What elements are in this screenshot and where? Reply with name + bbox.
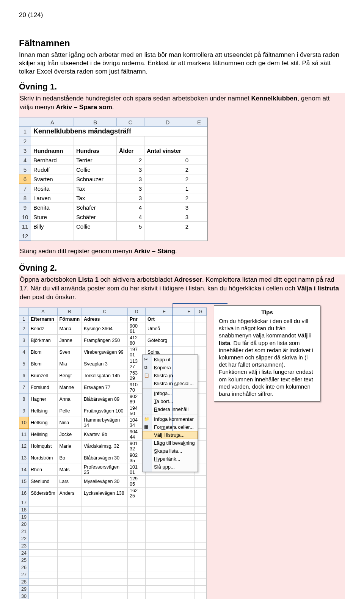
ex2-d: Adresser <box>174 276 202 283</box>
tips-p2: Funktionen välj i lista fungerar endast … <box>219 368 313 397</box>
ex1-close-b: Arkiv – Stäng <box>134 248 175 255</box>
context-menu-label: Klipp ut <box>154 357 170 362</box>
context-menu-separator <box>143 414 198 414</box>
exercise-1-title: Övning 1. <box>19 82 345 92</box>
context-menu-label: Lägg till bevakning <box>154 440 195 446</box>
ex1-a: Skriv in nedanstående hundregister och s… <box>20 95 251 102</box>
copy-icon <box>144 364 150 370</box>
ex1-close-a: Stäng sedan ditt register genom menyn <box>20 248 134 255</box>
context-menu-label: Infoga kommentar <box>154 416 194 422</box>
ex2-a: Öppna arbetsboken <box>20 276 78 283</box>
context-menu[interactable]: Klipp utKopieraKlistra inKlistra in spec… <box>142 354 198 472</box>
format-icon <box>144 424 150 430</box>
ex1-e: . <box>112 103 114 111</box>
paste-icon <box>144 372 150 378</box>
page-number: 20 (124) <box>19 11 345 19</box>
context-menu-item[interactable]: Skapa lista... <box>143 447 198 455</box>
context-menu-separator <box>143 388 198 389</box>
context-menu-item[interactable]: Infoga... <box>143 389 198 397</box>
ex2-g: den post du önskar. <box>20 293 76 301</box>
ex2-c: och aktivera arbetsbladet <box>99 276 174 283</box>
exercise-1-close: Stäng sedan ditt register genom menyn Ar… <box>19 246 345 257</box>
context-menu-label: Kopiera <box>154 365 171 370</box>
section-title: Fältnamnen <box>19 38 345 49</box>
context-menu-item[interactable]: Infoga kommentar <box>143 415 198 423</box>
context-menu-item[interactable]: Välj i listruta... <box>143 431 198 439</box>
excel-table-1: ABCDE1Kennelklubbens måndagsträff23Hundn… <box>19 118 208 241</box>
exercise-2-text: Öppna arbetsboken Lista 1 och aktivera a… <box>19 274 345 303</box>
context-menu-label: Radera innehåll <box>154 406 188 412</box>
tips-box: Tips Om du högerklickar i den cell du vi… <box>214 305 320 401</box>
context-menu-label: Välj i listruta... <box>154 432 185 438</box>
context-menu-item[interactable]: Formatera celler... <box>143 423 198 431</box>
context-menu-label: Formatera celler... <box>154 424 194 430</box>
context-menu-item[interactable]: Slå upp... <box>143 463 198 471</box>
ex2-f: Välja i listruta <box>297 285 339 292</box>
callout-line-h <box>173 303 228 304</box>
context-menu-item[interactable]: Hyperlänk... <box>143 455 198 463</box>
intro-paragraph: Innan man sätter igång och arbetar med e… <box>19 51 345 76</box>
exercise-2-title: Övning 2. <box>19 263 345 273</box>
context-menu-label: Hyperlänk... <box>154 456 180 462</box>
ex2-b: Lista 1 <box>78 276 99 283</box>
ex1-b: Kennelklubben <box>251 95 298 102</box>
context-menu-item[interactable]: Klipp ut <box>143 356 198 364</box>
scissors-icon <box>144 356 150 362</box>
context-menu-label: Klistra in special... <box>154 381 194 386</box>
excel-area: ABCDEFG1EfternamnFörnamnAdressPnrOrt2Ben… <box>19 305 207 599</box>
ex1-d: Arkiv – Spara som <box>56 103 112 111</box>
context-menu-item[interactable]: Klistra in <box>143 372 198 379</box>
context-menu-label: Infoga... <box>154 390 172 396</box>
tips-title: Tips <box>219 309 315 316</box>
context-menu-label: Slå upp... <box>154 464 175 470</box>
context-menu-item[interactable]: Lägg till bevakning <box>143 439 198 447</box>
ex1-close-c: . <box>175 248 177 255</box>
context-menu-label: Klistra in <box>154 373 173 378</box>
context-menu-label: Skapa lista... <box>154 448 182 454</box>
context-menu-item[interactable]: Radera innehåll <box>143 405 198 413</box>
exercise-1-text: Skriv in nedanstående hundregister och s… <box>19 93 345 113</box>
context-menu-label: Ta bort... <box>154 398 173 404</box>
context-menu-item[interactable]: Ta bort... <box>143 397 198 405</box>
folder-icon <box>144 416 150 422</box>
tips-p1c: . Du får då upp en lista som innehåller … <box>219 340 313 368</box>
context-menu-item[interactable]: Klistra in special... <box>143 379 198 387</box>
context-menu-item[interactable]: Kopiera <box>143 364 198 372</box>
tips-p1a: Om du högerklickar i den cell du vill sk… <box>219 318 308 339</box>
